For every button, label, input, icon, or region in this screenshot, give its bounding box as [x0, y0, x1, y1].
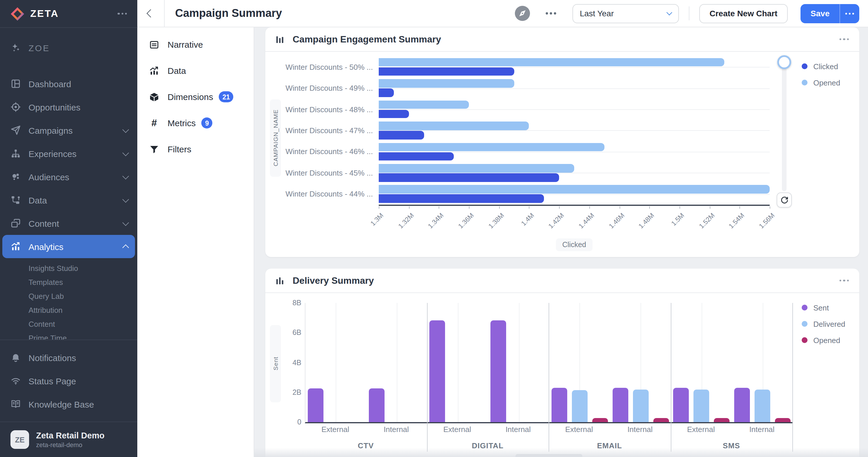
legend-dot-icon [802, 80, 807, 86]
sidebar: ZETA ZOE DashboardOpportunitiesCampaigns… [0, 0, 137, 457]
clicked-bar[interactable] [379, 152, 454, 161]
user-account[interactable]: ZE Zeta Retail Demo zeta-retail-demo [0, 422, 137, 457]
status-page-icon [10, 376, 21, 386]
delivered-bar[interactable] [572, 390, 588, 422]
content: NarrativeDataDimensions21#Metrics9Filter… [137, 27, 868, 457]
horizontal-scrollbar-thumb[interactable] [516, 454, 582, 457]
save-more-button[interactable] [839, 4, 859, 23]
sidebar-item-dashboard[interactable]: Dashboard [2, 72, 135, 95]
sidebar-item-content[interactable]: Content [2, 211, 135, 235]
config-item-data[interactable]: Data [137, 58, 254, 84]
sidebar-subitem-insights-studio[interactable]: Insights Studio [29, 261, 137, 275]
y-axis-label: Sent [270, 325, 281, 402]
sent-bar[interactable] [612, 388, 628, 422]
opened-bar[interactable] [379, 58, 724, 67]
sidebar-item-notifications[interactable]: Notifications [2, 346, 135, 369]
back-button[interactable] [137, 0, 165, 27]
chevron-up-icon [122, 244, 129, 251]
sidebar-item-status-page[interactable]: Status Page [2, 369, 135, 392]
clicked-bar[interactable] [379, 89, 394, 97]
sidebar-subitem-prime-time[interactable]: Prime Time [29, 331, 137, 339]
opened-bar[interactable] [379, 164, 574, 172]
sent-bar[interactable] [308, 388, 323, 422]
sidebar-item-opportunities[interactable]: Opportunities [2, 95, 135, 119]
legend-item-opened[interactable]: Opened [802, 77, 840, 88]
chart-options-icon[interactable] [839, 38, 850, 40]
sent-bar[interactable] [734, 388, 750, 422]
create-new-chart-button[interactable]: Create New Chart [699, 4, 788, 23]
chart-title: Delivery Summary [292, 275, 374, 286]
legend-item-delivered[interactable]: Delivered [802, 319, 845, 329]
delivered-bar[interactable] [754, 389, 770, 422]
subgroup-sms-external [671, 303, 732, 422]
opened-bar[interactable] [653, 418, 669, 422]
y-axis-ticks: 02B4B6B8B [282, 303, 301, 422]
sidebar-item-zoe[interactable]: ZOE [0, 36, 137, 59]
clicked-bar[interactable] [379, 67, 514, 76]
opened-bar[interactable] [714, 418, 730, 422]
refresh-button[interactable] [777, 192, 792, 207]
zeta-logo-icon [10, 7, 25, 21]
sent-bar[interactable] [430, 321, 445, 422]
config-item-metrics[interactable]: #Metrics9 [137, 110, 254, 136]
sidebar-subitem-query-lab[interactable]: Query Lab [29, 289, 137, 303]
chart-scroll-handle[interactable] [777, 55, 791, 69]
chevron-down-icon [122, 219, 129, 226]
compass-icon[interactable] [514, 5, 531, 22]
config-item-filters[interactable]: Filters [137, 136, 254, 162]
sidebar-item-experiences[interactable]: Experiences [2, 142, 135, 165]
engagement-chart-plot [379, 56, 770, 206]
save-split-button: Save [801, 4, 859, 23]
chart-scrollbar-track[interactable] [782, 58, 786, 191]
sent-bar[interactable] [490, 321, 506, 422]
clicked-bar[interactable] [379, 110, 409, 118]
sidebar-item-analytics[interactable]: Analytics [2, 235, 135, 258]
sidebar-item-knowledge-base[interactable]: Knowledge Base [2, 392, 135, 416]
chart-title: Campaign Engagement Summary [292, 34, 441, 44]
more-options-icon[interactable] [545, 12, 557, 14]
legend-label: Delivered [813, 320, 845, 328]
opened-bar[interactable] [379, 101, 469, 109]
save-button[interactable]: Save [801, 4, 839, 23]
sidebar-item-label: Data [29, 195, 123, 205]
ellipsis-icon [844, 12, 855, 14]
sent-bar[interactable] [673, 388, 689, 422]
delivered-bar[interactable] [633, 389, 648, 422]
clicked-bar[interactable] [379, 173, 559, 182]
opened-bar[interactable] [379, 122, 529, 130]
sent-bar[interactable] [552, 388, 567, 422]
group-label: EMAIL [549, 441, 671, 450]
legend-item-opened[interactable]: Opened [802, 335, 845, 346]
sidebar-subitem-templates[interactable]: Templates [29, 275, 137, 289]
delivered-bar[interactable] [694, 389, 710, 422]
sidebar-item-data[interactable]: Data [2, 188, 135, 211]
campaign-engagement-summary-card: Campaign Engagement Summary CAMPAIGN_NAM… [265, 27, 859, 257]
sent-bar[interactable] [369, 388, 384, 422]
analytics-submenu: Insights StudioTemplatesQuery LabAttribu… [0, 261, 137, 339]
opened-bar[interactable] [592, 418, 608, 422]
sidebar-item-campaigns[interactable]: Campaigns [2, 119, 135, 142]
date-range-select[interactable]: Last Year [572, 4, 679, 23]
chart-row [379, 162, 770, 184]
category-label: Winter Discounts - 46% ... [301, 141, 373, 162]
chevron-down-icon [122, 173, 129, 179]
subgroup-label: External [549, 425, 610, 434]
config-item-label: Dimensions [167, 92, 213, 102]
sidebar-item-audiences[interactable]: Audiences [2, 165, 135, 188]
opened-bar[interactable] [379, 79, 514, 88]
opened-bar[interactable] [379, 185, 770, 194]
clicked-bar[interactable] [379, 131, 424, 139]
legend-item-clicked[interactable]: Clicked [802, 61, 840, 71]
clicked-bar[interactable] [379, 195, 544, 203]
group-label: SMS [671, 441, 793, 450]
sidebar-bottom-nav: NotificationsStatus PageKnowledge Base [0, 346, 137, 416]
config-item-narrative[interactable]: Narrative [137, 31, 254, 58]
legend-item-sent[interactable]: Sent [802, 302, 845, 313]
sidebar-subitem-content[interactable]: Content [29, 317, 137, 331]
chart-options-icon[interactable] [839, 280, 850, 282]
sidebar-subitem-attribution[interactable]: Attribution [29, 303, 137, 317]
opened-bar[interactable] [379, 143, 604, 151]
opened-bar[interactable] [775, 418, 790, 422]
sidebar-menu-icon[interactable] [117, 13, 128, 14]
config-item-dimensions[interactable]: Dimensions21 [137, 84, 254, 110]
